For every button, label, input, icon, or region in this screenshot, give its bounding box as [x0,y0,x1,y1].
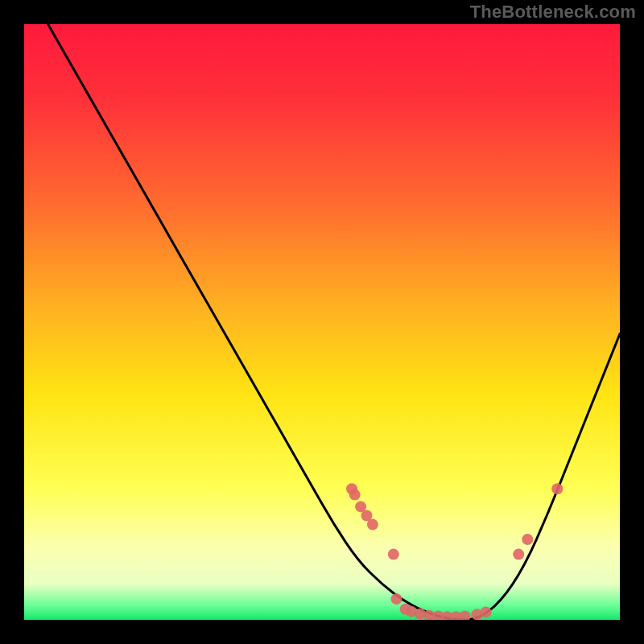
watermark-text: TheBottleneck.com [470,2,636,23]
gradient-background [24,24,620,620]
svg-rect-0 [24,24,620,620]
plot-area [24,24,620,620]
chart-frame: TheBottleneck.com [0,0,644,644]
